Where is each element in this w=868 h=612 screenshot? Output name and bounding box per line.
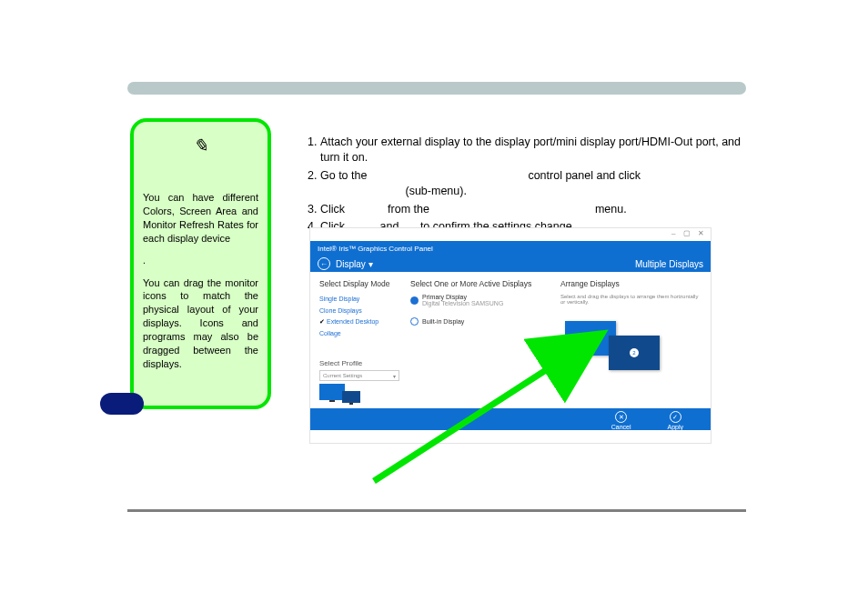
window-titlebar: – ▢ ✕ [310,228,711,241]
instruction-1: Attach your external display to the disp… [320,135,755,166]
profile-select[interactable]: Current Settings ▾ [319,370,399,381]
breadcrumb: ← Display ▾ Multiple Displays [310,256,711,272]
active-display-2[interactable]: Built-in Display [410,317,464,326]
col-header-display-mode: Select Display Mode [319,279,397,288]
instruction-3c: menu. [595,203,627,216]
instructions: Attach your external display to the disp… [300,135,755,237]
monitor-2-number: 2 [630,348,639,357]
apply-icon: ✓ [670,411,681,423]
monitor-preview-icon [319,384,360,403]
apply-button[interactable]: ✓ Apply [667,411,683,427]
cancel-icon: ✕ [615,411,627,423]
panel-footer: ✕ Cancel ✓ Apply [310,408,711,430]
col-header-arrange: Arrange Displays [560,279,701,288]
breadcrumb-display[interactable]: Display ▾ [336,259,373,269]
monitor-tile-2[interactable]: 2 [609,336,660,370]
cancel-button[interactable]: ✕ Cancel [611,411,631,427]
active-display-1[interactable]: Primary Display Digital Television SAMSU… [410,294,503,306]
note-paragraph-2: You can drag the monitor icons to match … [143,276,258,371]
monitor-big-icon [319,384,345,400]
instruction-2b: control panel and click [528,169,641,182]
note-as-long: . [143,254,258,266]
back-button[interactable]: ← [318,257,330,270]
note-paragraph-1: You can have different Colors, Screen Ar… [143,191,258,245]
radio-off-icon [410,317,419,326]
panel-header: Intel® Iris™ Graphics Control Panel [310,241,711,256]
pen-icon: ✎ [143,135,258,156]
instruction-1-text: Attach your external display to the disp… [320,135,741,164]
display-mode-list: Single Display Clone Displays Extended D… [319,294,378,339]
note-callout: ✎ You can have different Colors, Screen … [130,118,271,409]
profile-section: Select Profile Current Settings ▾ [319,359,399,381]
instruction-3b: from the [388,203,429,216]
active-display-2-label: Built-in Display [422,318,464,325]
apply-label: Apply [667,424,683,430]
screenshot-intel-panel: – ▢ ✕ Intel® Iris™ Graphics Control Pane… [309,227,712,444]
active-display-1-sub: Digital Television SAMSUNG [422,300,503,306]
cancel-label: Cancel [611,424,631,430]
side-pill [100,393,144,415]
chevron-down-icon: ▾ [393,373,396,379]
instruction-3a: Click [320,203,345,216]
radio-on-icon [410,296,419,305]
header-rule [127,82,746,95]
intel-logo-icon: intel [683,244,705,258]
profile-value: Current Settings [323,373,362,378]
mode-extended[interactable]: Extended Desktop [319,316,378,328]
instruction-2: Go to the control panel and click (sub-m… [320,168,755,199]
mode-collage[interactable]: Collage [319,328,378,340]
active-display-1-label: Primary Display [422,294,467,300]
page: ✎ You can have different Colors, Screen … [0,0,868,612]
monitor-1-number: 1 [586,334,595,343]
panel-body: Select Display Mode Select One or More A… [310,272,711,408]
monitor-small-icon [342,391,360,403]
window-buttons[interactable]: – ▢ ✕ [671,229,707,237]
breadcrumb-right[interactable]: Multiple Displays [635,259,703,269]
mode-single[interactable]: Single Display [319,294,378,306]
profile-label: Select Profile [319,359,399,367]
panel-title: Intel® Iris™ Graphics Control Panel [318,245,433,253]
instruction-2c: (sub-menu). [405,185,466,197]
arrange-hint: Select and drag the displays to arrange … [560,294,701,305]
instruction-2a: Go to the [320,169,367,182]
mode-clone[interactable]: Clone Displays [319,306,378,317]
instruction-3: Click from the menu. [320,202,755,217]
col-header-active-displays: Select One or More Active Displays [410,279,547,288]
footer-rule [127,509,746,512]
